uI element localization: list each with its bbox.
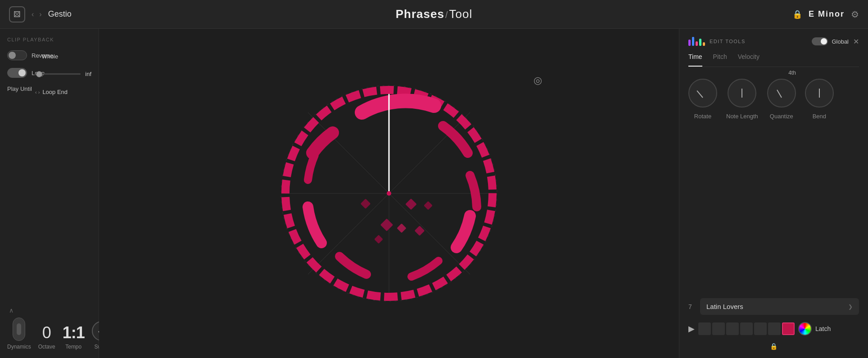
loop-end-left-arrow[interactable]: ‹ › — [35, 90, 40, 95]
color-bars — [688, 37, 705, 46]
app-icon[interactable]: ⚄ — [9, 6, 25, 22]
preset-chevron-icon: ❯ — [848, 304, 853, 310]
bend-label: Bend — [813, 113, 826, 120]
rotate-group: Rotate — [688, 79, 717, 120]
bend-group: Bend — [805, 79, 834, 120]
color-wheel[interactable] — [798, 322, 812, 336]
play-until-label: Play Until — [7, 85, 32, 92]
quantize-top-label: 4th — [788, 70, 796, 76]
note-length-group: Note Length — [726, 79, 758, 120]
svg-rect-6 — [380, 219, 393, 231]
stepper-left-arrow[interactable]: ‹ › — [34, 54, 39, 59]
edit-tools-header: EDIT TOOLS Global ✕ — [688, 37, 859, 46]
whole-row: ‹ › Whole — [34, 53, 91, 60]
edit-tools-label: EDIT TOOLS — [710, 39, 807, 44]
global-toggle-row: Global — [812, 37, 849, 45]
global-toggle-knob — [821, 38, 827, 45]
top-bar: ⚄ ‹ › Gestio Phrases/Tool 🔒 E Minor ⚙ — [0, 0, 868, 29]
quantize-group: 4th Quantize — [767, 79, 796, 120]
loop-toggle-knob — [18, 69, 26, 76]
preset-name: Latin Lovers — [706, 303, 743, 310]
circle-container: ◎ — [263, 67, 515, 319]
rotate-knob[interactable] — [688, 79, 717, 107]
pattern-play-button[interactable]: ▶ — [688, 324, 695, 334]
note-length-knob[interactable] — [728, 79, 756, 107]
tab-pitch[interactable]: Pitch — [713, 53, 727, 63]
project-name: Gestio — [48, 9, 72, 19]
pattern-lock-icon[interactable]: 🔒 — [770, 343, 778, 350]
color-bar-4 — [699, 39, 701, 46]
loop-slider-thumb — [36, 71, 42, 77]
nav-back[interactable]: ‹ — [30, 9, 36, 19]
dynamics-knob[interactable] — [13, 318, 25, 341]
bend-knob[interactable] — [805, 79, 834, 107]
pattern-cell-6[interactable] — [768, 322, 781, 335]
svg-rect-9 — [397, 224, 406, 233]
bend-indicator — [819, 89, 820, 98]
global-label: Global — [832, 38, 849, 45]
knobs-grid: Rotate Note Length 4th Quantize Bend — [688, 79, 859, 120]
note-length-label: Note Length — [726, 113, 758, 120]
preset-name-pill[interactable]: Latin Lovers ❯ — [700, 298, 859, 315]
right-panel: EDIT TOOLS Global ✕ Time Pitch Velocity … — [679, 29, 868, 358]
pattern-row: ▶ Latch — [688, 322, 859, 336]
title-slash: / — [445, 10, 448, 20]
preset-number: 7 — [688, 303, 696, 310]
loop-end-stepper[interactable]: ‹ › Loop End — [35, 89, 91, 95]
tab-velocity[interactable]: Velocity — [738, 53, 760, 63]
pattern-cell-7[interactable] — [782, 322, 795, 335]
reverse-toggle-knob — [9, 52, 16, 59]
dynamics-knob-inner — [17, 323, 21, 335]
key-display[interactable]: E Minor — [809, 9, 845, 19]
settings-icon[interactable]: ⚙ — [851, 9, 859, 20]
target-icon[interactable]: ◎ — [533, 75, 542, 86]
chevron-up[interactable]: ∧ — [7, 307, 91, 314]
color-bar-5 — [703, 42, 705, 46]
pattern-cell-1[interactable] — [698, 322, 711, 335]
quantize-knob[interactable] — [767, 79, 796, 107]
lock-icon[interactable]: 🔒 — [792, 9, 802, 19]
dynamics-knob-item: Dynamics — [7, 318, 31, 350]
nav-forward[interactable]: › — [37, 9, 43, 19]
color-bar-1 — [688, 40, 691, 46]
quantize-indicator — [777, 90, 782, 98]
title-tool: Tool — [449, 7, 473, 21]
pattern-cell-5[interactable] — [754, 322, 767, 335]
center-area: ◎ — [99, 29, 679, 358]
loop-slider-row: inf — [35, 71, 91, 77]
top-bar-center: Phrases/Tool — [126, 7, 742, 21]
reverse-toggle[interactable] — [7, 50, 27, 60]
pattern-cell-2[interactable] — [712, 322, 725, 335]
octave-value: 0 — [42, 325, 51, 341]
pattern-cells — [698, 322, 795, 335]
svg-rect-11 — [415, 226, 425, 236]
tempo-value: 1:1 — [63, 325, 85, 341]
svg-rect-12 — [424, 201, 433, 210]
close-button[interactable]: ✕ — [853, 37, 859, 46]
tab-time[interactable]: Time — [688, 53, 702, 63]
octave-label: Octave — [38, 344, 55, 350]
bottom-controls: ∧ Dynamics 0 Octave 1:1 Tempo 4 — [7, 307, 91, 350]
pattern-cell-3[interactable] — [726, 322, 739, 335]
loop-slider[interactable] — [35, 73, 81, 75]
note-length-indicator — [741, 89, 742, 98]
svg-rect-8 — [361, 199, 371, 209]
pattern-cell-4[interactable] — [740, 322, 753, 335]
top-bar-left: ⚄ ‹ › Gestio — [9, 6, 126, 22]
whole-value: Whole — [41, 53, 58, 60]
loop-value: inf — [85, 71, 91, 77]
main-content: CLIP PLAYBACK Reverse ‹ › Whole Loop inf — [0, 29, 868, 358]
left-panel: CLIP PLAYBACK Reverse ‹ › Whole Loop inf — [0, 29, 99, 358]
svg-rect-7 — [405, 198, 416, 210]
circle-visualizer[interactable] — [263, 67, 515, 319]
latch-label: Latch — [815, 325, 831, 332]
global-toggle[interactable] — [812, 37, 828, 45]
whole-stepper[interactable]: ‹ › Whole — [34, 53, 58, 60]
tab-row: Time Pitch Velocity — [688, 53, 859, 67]
tempo-label: Tempo — [65, 344, 81, 350]
loop-toggle[interactable] — [7, 68, 27, 78]
tempo-knob-item: 1:1 Tempo — [63, 325, 85, 350]
preset-row: 7 Latin Lovers ❯ — [688, 298, 859, 315]
color-bar-3 — [696, 41, 698, 46]
color-bar-2 — [692, 37, 694, 46]
